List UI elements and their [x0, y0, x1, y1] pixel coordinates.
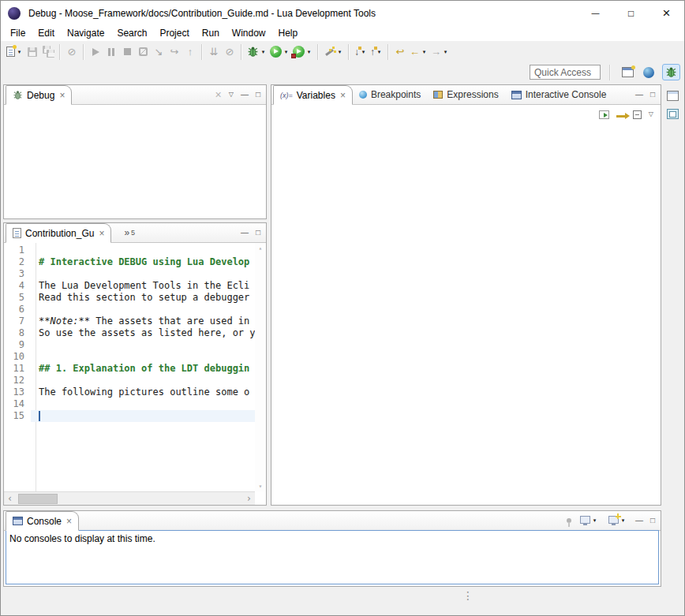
- back-dropdown-arrow[interactable]: ▾: [421, 49, 428, 55]
- editor-vertical-scrollbar[interactable]: ▴ ▾: [255, 243, 266, 491]
- coverage-dropdown-arrow[interactable]: ▾: [305, 49, 313, 55]
- minimized-view-icon[interactable]: [667, 109, 679, 119]
- tab-expressions[interactable]: Expressions: [427, 85, 504, 104]
- suspend-button[interactable]: [103, 43, 119, 61]
- next-annotation-button[interactable]: ↓▾: [353, 43, 369, 61]
- use-step-filters-button[interactable]: ⊘: [222, 43, 238, 61]
- external-tools-dropdown-arrow[interactable]: ▾: [336, 49, 343, 55]
- editor-tab-overflow[interactable]: »5: [111, 223, 141, 242]
- debug-perspective-button[interactable]: [662, 64, 680, 80]
- variables-minimize-button[interactable]: —: [635, 91, 643, 99]
- debug-view-icon: [13, 90, 23, 100]
- console-minimize-button[interactable]: —: [635, 517, 643, 525]
- display-selected-console-button[interactable]: ▾: [578, 513, 600, 528]
- show-logical-structures-button[interactable]: [616, 115, 626, 118]
- editor-maximize-button[interactable]: □: [256, 229, 260, 237]
- new-dropdown-arrow[interactable]: ▾: [16, 49, 23, 55]
- menu-navigate[interactable]: Navigate: [61, 25, 110, 41]
- pin-console-button[interactable]: [567, 518, 571, 523]
- scroll-down-icon[interactable]: ▾: [259, 483, 263, 490]
- previous-annotation-button[interactable]: ↑▾: [369, 43, 384, 61]
- open-perspective-button[interactable]: [619, 63, 635, 81]
- script-perspective-button[interactable]: [641, 63, 657, 81]
- coverage-button[interactable]: ▾: [291, 43, 314, 61]
- debug-view-content[interactable]: [4, 105, 266, 218]
- new-button[interactable]: ▾: [5, 43, 24, 61]
- console-content[interactable]: No consoles to display at this time.: [6, 530, 659, 584]
- save-button[interactable]: [24, 43, 40, 61]
- display-console-dropdown-arrow[interactable]: ▾: [591, 517, 598, 524]
- debug-view-menu-button[interactable]: ▽: [229, 91, 234, 98]
- menu-run[interactable]: Run: [196, 25, 226, 41]
- status-bar-grip[interactable]: ⋮: [462, 590, 474, 601]
- editor-horizontal-scrollbar[interactable]: ‹ ›: [4, 491, 255, 505]
- window-close-button[interactable]: ×: [649, 1, 684, 25]
- variables-tabbar: (x)= Variables × Breakpoints Expressions…: [271, 85, 661, 105]
- line-number: 7: [4, 315, 31, 327]
- drop-to-frame-button[interactable]: ⇊: [206, 43, 222, 61]
- scroll-up-icon[interactable]: ▴: [259, 245, 263, 252]
- tab-contribution-guide[interactable]: Contribution_Gu ×: [6, 223, 111, 243]
- tab-contribution-guide-close-icon[interactable]: ×: [99, 229, 104, 238]
- tab-breakpoints[interactable]: Breakpoints: [353, 85, 427, 104]
- scroll-right-icon[interactable]: ›: [246, 494, 252, 503]
- quick-access-input[interactable]: Quick Access: [530, 65, 601, 80]
- debug-dropdown-arrow[interactable]: ▾: [260, 49, 267, 55]
- resume-button[interactable]: [88, 43, 103, 61]
- tab-debug[interactable]: Debug ×: [6, 85, 72, 105]
- console-maximize-button[interactable]: □: [650, 517, 655, 525]
- title-bar: Debug - Moose_Framework/docs/Contributio…: [1, 1, 684, 25]
- forward-button[interactable]: →▾: [429, 43, 451, 61]
- variables-maximize-button[interactable]: □: [650, 91, 655, 99]
- horizontal-scrollbar-thumb[interactable]: [18, 494, 58, 504]
- app-window: Debug - Moose_Framework/docs/Contributio…: [0, 0, 685, 616]
- next-annotation-dropdown-arrow[interactable]: ▾: [360, 49, 367, 55]
- debug-button[interactable]: ▾: [245, 43, 268, 61]
- step-into-button[interactable]: ↘: [151, 43, 167, 61]
- open-perspective-icon: [622, 67, 634, 77]
- collapse-all-button[interactable]: [633, 110, 642, 119]
- tab-console[interactable]: Console ×: [6, 511, 79, 531]
- text-caret: [39, 411, 40, 421]
- restore-minimized-view-icon[interactable]: [667, 91, 679, 101]
- forward-dropdown-arrow[interactable]: ▾: [442, 49, 449, 55]
- remove-all-terminated-button[interactable]: ×: [215, 89, 222, 100]
- debug-maximize-button[interactable]: □: [256, 91, 260, 99]
- tab-interactive-console[interactable]: Interactive Console: [505, 85, 613, 104]
- terminate-icon: [124, 48, 131, 55]
- debug-minimize-button[interactable]: —: [241, 91, 249, 99]
- last-edit-location-button[interactable]: ↩: [392, 43, 408, 61]
- disconnect-button[interactable]: [135, 43, 151, 61]
- tab-variables[interactable]: (x)= Variables ×: [273, 85, 353, 105]
- menu-window[interactable]: Window: [226, 25, 272, 41]
- menu-search[interactable]: Search: [110, 25, 153, 41]
- app-icon[interactable]: [8, 7, 21, 20]
- run-button[interactable]: ▾: [268, 43, 291, 61]
- open-console-button[interactable]: ▾: [607, 513, 628, 528]
- menu-project[interactable]: Project: [153, 25, 195, 41]
- terminate-button[interactable]: [119, 43, 135, 61]
- skip-all-breakpoints-button[interactable]: ⊘: [64, 43, 80, 61]
- step-return-button[interactable]: ↑: [182, 43, 198, 61]
- editor-content[interactable]: 1 2# Interactive DEBUG using Lua Develop…: [4, 243, 266, 505]
- step-over-button[interactable]: ↪: [167, 43, 182, 61]
- variables-view-menu-button[interactable]: ▽: [649, 111, 653, 118]
- tab-debug-close-icon[interactable]: ×: [59, 91, 65, 100]
- editor-minimize-button[interactable]: —: [241, 229, 249, 237]
- variables-view-content[interactable]: [271, 124, 661, 505]
- window-minimize-button[interactable]: —: [578, 1, 613, 25]
- external-tools-button[interactable]: ▾: [322, 43, 345, 61]
- run-dropdown-arrow[interactable]: ▾: [283, 49, 290, 55]
- menu-help[interactable]: Help: [272, 25, 305, 41]
- scroll-left-icon[interactable]: ‹: [7, 494, 13, 503]
- save-all-button[interactable]: [40, 43, 56, 61]
- window-maximize-button[interactable]: □: [613, 1, 649, 25]
- save-icon: [28, 47, 37, 57]
- tab-console-close-icon[interactable]: ×: [66, 517, 72, 526]
- back-button[interactable]: ←▾: [408, 43, 429, 61]
- previous-annotation-dropdown-arrow[interactable]: ▾: [376, 49, 383, 55]
- menu-edit[interactable]: Edit: [32, 25, 61, 41]
- menu-file[interactable]: File: [4, 25, 32, 41]
- show-type-names-button[interactable]: [599, 110, 609, 119]
- tab-variables-close-icon[interactable]: ×: [340, 91, 346, 100]
